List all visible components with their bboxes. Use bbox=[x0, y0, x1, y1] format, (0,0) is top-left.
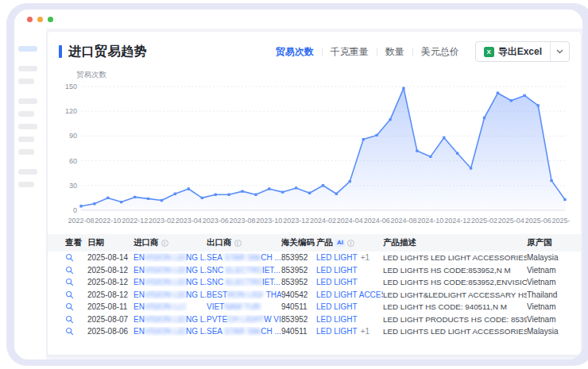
importer-cell[interactable]: ENVISION LED LING L... bbox=[133, 315, 207, 324]
trend-chart-section: 贸易次数 03060901201502022-082022-102022-122… bbox=[48, 67, 581, 231]
importer-cell[interactable]: ENVISION LED LING L... bbox=[133, 290, 207, 299]
redacted-text: VISION LED LI bbox=[145, 327, 186, 336]
sidebar-item[interactable] bbox=[18, 169, 37, 175]
info-icon[interactable] bbox=[234, 240, 242, 247]
trend-card: 进口贸易趋势 贸易次数千克重量数量美元总价 X 导出Excel bbox=[48, 32, 581, 355]
hs-code-cell: 853952 bbox=[281, 253, 316, 262]
info-icon[interactable] bbox=[347, 240, 354, 247]
sidebar-nav bbox=[14, 29, 46, 359]
export-button-group: X 导出Excel bbox=[475, 41, 570, 62]
metric-tab-2[interactable]: 千克重量 bbox=[323, 45, 377, 59]
redacted-text: CH LIGHTING S bbox=[227, 315, 264, 324]
redacted-text: VISION LED LI bbox=[145, 290, 186, 299]
export-dropdown-button[interactable] bbox=[550, 42, 569, 61]
sidebar-item-active[interactable] bbox=[18, 46, 37, 52]
minimize-window-button[interactable] bbox=[37, 17, 43, 22]
svg-text:2025-02: 2025-02 bbox=[471, 217, 497, 225]
table-row[interactable]: 2025-08-12ENVISION LED LING L...SNC ELEC… bbox=[48, 264, 581, 277]
sidebar-item[interactable] bbox=[18, 66, 37, 71]
table-row[interactable]: 2025-08-11ENVISION LLCVIETNAM TURBOWISE9… bbox=[48, 301, 581, 313]
svg-text:2025-08: 2025-08 bbox=[551, 217, 570, 225]
sidebar-item[interactable] bbox=[18, 136, 34, 142]
view-detail-button[interactable] bbox=[65, 315, 87, 324]
redacted-text: ELECTRONICS V bbox=[226, 266, 262, 275]
info-icon[interactable] bbox=[161, 240, 168, 247]
svg-text:2024-02: 2024-02 bbox=[310, 217, 336, 225]
exporter-cell[interactable]: PVTECH LIGHTING SW VI... bbox=[207, 315, 281, 324]
col-header-date: 日期 bbox=[87, 237, 133, 248]
origin-country-cell: Vietnam bbox=[527, 315, 576, 324]
col-header-description: 产品描述 bbox=[383, 237, 527, 248]
product-cell[interactable]: LED LIGHT bbox=[316, 315, 383, 324]
exporter-cell[interactable]: SEA STAR SMART TECH ... bbox=[207, 253, 281, 262]
product-cell[interactable]: LED LIGHT+1 bbox=[316, 327, 383, 336]
magnifier-icon[interactable] bbox=[65, 315, 74, 324]
view-detail-button[interactable] bbox=[65, 278, 87, 286]
redacted-text: VISION LLC bbox=[145, 302, 186, 311]
close-window-button[interactable] bbox=[27, 17, 33, 22]
export-excel-button[interactable]: X 导出Excel bbox=[476, 42, 550, 61]
sidebar-item[interactable] bbox=[18, 149, 34, 155]
hs-code-cell: 853952 bbox=[281, 266, 316, 275]
ai-badge: AI bbox=[335, 239, 345, 247]
sidebar-item[interactable] bbox=[18, 182, 34, 187]
importer-cell[interactable]: ENVISION LLC bbox=[133, 302, 207, 311]
product-cell[interactable]: LED LIGHT ACCESSORY bbox=[316, 290, 383, 299]
product-cell[interactable]: LED LIGHT+1 bbox=[316, 253, 383, 262]
col-header-importer: 进口商 bbox=[133, 237, 207, 248]
metric-tab-1[interactable]: 贸易次数 bbox=[268, 45, 322, 59]
magnifier-icon[interactable] bbox=[65, 327, 74, 336]
metric-tab-4[interactable]: 美元总价 bbox=[413, 45, 467, 59]
svg-text:2022-08: 2022-08 bbox=[68, 217, 94, 225]
sidebar-item[interactable] bbox=[18, 79, 34, 84]
product-cell[interactable]: LED LIGHT bbox=[316, 302, 383, 311]
exporter-cell[interactable]: SNC ELECTRONICS VIET... bbox=[207, 278, 281, 286]
svg-text:150: 150 bbox=[65, 83, 77, 90]
export-button-label: 导出Excel bbox=[498, 45, 542, 59]
view-detail-button[interactable] bbox=[65, 327, 87, 336]
chart-svg: 03060901201502022-082022-102022-122023-0… bbox=[57, 80, 570, 228]
zoom-window-button[interactable] bbox=[48, 17, 53, 22]
importer-cell[interactable]: ENVISION LED LING L... bbox=[133, 253, 207, 262]
exporter-cell[interactable]: BESTRON LIGHTING THA... bbox=[207, 290, 281, 299]
exporter-cell[interactable]: SEA STAR SMART TECH ... bbox=[207, 327, 281, 336]
col-header-product: 产品 AI bbox=[316, 237, 383, 248]
title-accent-bar bbox=[59, 45, 62, 58]
exporter-cell[interactable]: SNC ELECTRONICS VIET... bbox=[207, 266, 281, 275]
magnifier-icon[interactable] bbox=[65, 290, 74, 299]
svg-text:60: 60 bbox=[69, 157, 77, 165]
table-row[interactable]: 2025-08-12ENVISION LED LING L...SNC ELEC… bbox=[48, 276, 581, 289]
svg-text:2025-06: 2025-06 bbox=[525, 217, 551, 225]
origin-country-cell: Malaysia bbox=[527, 327, 576, 336]
svg-text:2024-04: 2024-04 bbox=[337, 217, 363, 225]
importer-cell[interactable]: ENVISION LED LING L... bbox=[133, 327, 207, 336]
view-detail-button[interactable] bbox=[65, 253, 87, 262]
description-cell: LED LIGHT&LEDLIGHT ACCESSARY HS CODE: 94… bbox=[383, 290, 527, 299]
magnifier-icon[interactable] bbox=[65, 278, 74, 286]
redacted-text: NAM TURBOWISE bbox=[224, 302, 261, 311]
date-cell: 2025-08-12 bbox=[87, 278, 133, 286]
importer-cell[interactable]: ENVISION LED LING L... bbox=[133, 278, 207, 286]
exporter-cell[interactable]: VIETNAM TURBOWISE bbox=[207, 302, 281, 311]
view-detail-button[interactable] bbox=[65, 302, 87, 311]
table-row[interactable]: 2025-08-12ENVISION LED LING L...BESTRON … bbox=[48, 289, 581, 302]
svg-text:2024-06: 2024-06 bbox=[364, 217, 390, 225]
sidebar-item[interactable] bbox=[18, 111, 34, 117]
table-row[interactable]: 2025-08-14ENVISION LED LING L...SEA STAR… bbox=[48, 252, 581, 264]
date-cell: 2025-08-06 bbox=[87, 327, 133, 336]
table-row[interactable]: 2025-08-07ENVISION LED LING L...PVTECH L… bbox=[48, 313, 581, 326]
magnifier-icon[interactable] bbox=[65, 266, 74, 275]
importer-cell[interactable]: ENVISION LED LING L... bbox=[133, 266, 207, 275]
table-row[interactable]: 2025-08-06ENVISION LED LING L...SEA STAR… bbox=[48, 325, 581, 338]
sidebar-item[interactable] bbox=[18, 124, 37, 129]
date-cell: 2025-08-11 bbox=[87, 302, 133, 311]
metric-tab-3[interactable]: 数量 bbox=[377, 45, 412, 59]
view-detail-button[interactable] bbox=[65, 290, 87, 299]
product-cell[interactable]: LED LIGHT bbox=[316, 278, 383, 286]
magnifier-icon[interactable] bbox=[65, 253, 74, 262]
magnifier-icon[interactable] bbox=[65, 302, 74, 311]
product-cell[interactable]: LED LIGHT bbox=[316, 266, 383, 275]
sidebar-item[interactable] bbox=[18, 98, 37, 104]
view-detail-button[interactable] bbox=[65, 266, 87, 275]
origin-country-cell: Malaysia bbox=[527, 253, 576, 262]
